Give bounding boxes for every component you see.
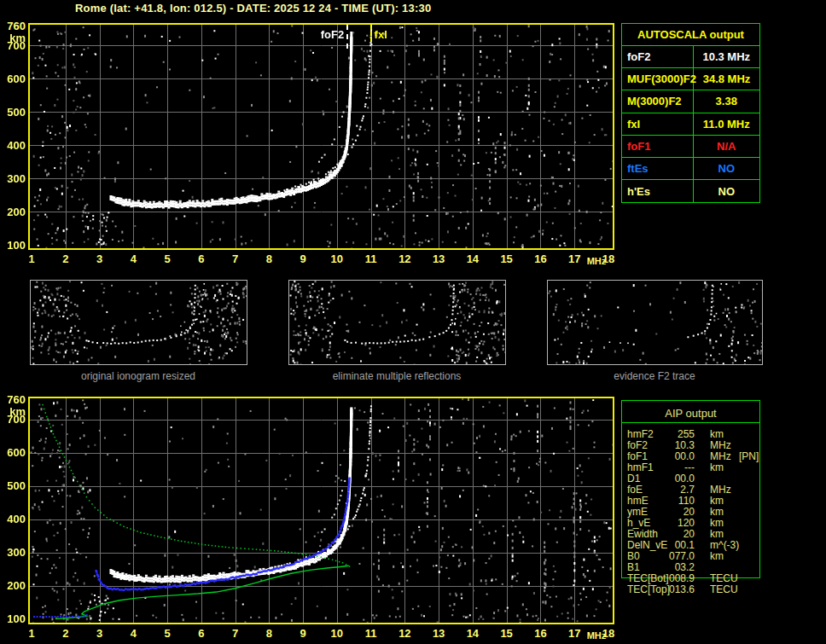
x-tick-label: 1 [20, 627, 43, 640]
aip-row-unit: km [710, 551, 724, 562]
aip-row-yme: ymE20km [621, 507, 826, 518]
aip-row-delnve: DelN_vE00.1m^(-3) [621, 540, 826, 551]
x-tick-label: 15 [496, 252, 518, 265]
x-tick-label: 8 [258, 252, 280, 265]
autoscala-row-label: foF1 [622, 136, 694, 157]
y-tick-label: 300 [0, 173, 26, 184]
x-tick-label: 4 [122, 627, 144, 640]
x-tick-label: 3 [89, 627, 111, 640]
x-tick-label: 17 [563, 252, 585, 265]
x-tick-label: 12 [393, 627, 416, 640]
x-tick-label: 11 [360, 627, 382, 640]
y-tick-label: 760 [0, 394, 26, 405]
autoscala-row-value: NO [694, 162, 760, 175]
aip-row-unit: km [710, 462, 724, 473]
thumbnail-eliminate-reflections [288, 280, 506, 365]
thumbnail-caption-2: eliminate multiple reflections [333, 370, 462, 382]
x-tick-label: 12 [393, 252, 416, 265]
station-title: Rome (lat: +41.8, lon: 012.5) - DATE: 20… [75, 2, 431, 15]
x-tick-label: 13 [428, 252, 450, 265]
x-tick-label: 16 [529, 627, 551, 640]
aip-row-note: [PN] [739, 451, 759, 462]
fof2-annotation-label: foF2 [321, 28, 344, 41]
y-axis-unit: km [0, 32, 26, 44]
x-tick-label: 11 [360, 252, 382, 265]
x-tick-label: 5 [156, 627, 178, 640]
autoscala-table-header: AUTOSCALA output [622, 24, 759, 46]
autoscala-row-label: h'Es [622, 180, 694, 202]
x-tick-label: 4 [122, 252, 144, 265]
y-tick-label: 300 [0, 547, 26, 558]
aip-table-header: AIP output [621, 407, 760, 420]
aip-row-tectop: TEC[Top]013.6TECU [621, 584, 826, 595]
x-tick-label: 15 [496, 627, 518, 640]
x-tick-label: 16 [529, 252, 551, 265]
x-tick-label: 2 [55, 252, 77, 265]
autoscala-row-fof1: foF1N/A [622, 136, 759, 158]
y-tick-label: 500 [0, 480, 26, 491]
autoscala-row-fxi: fxI11.0 MHz [622, 113, 759, 136]
x-tick-label: 17 [563, 627, 585, 640]
x-tick-label: 14 [462, 252, 484, 265]
x-tick-label: 1 [20, 252, 43, 265]
autoscala-row-value: 10.3 MHz [694, 50, 760, 63]
ionogram-canvas-bottom [30, 398, 613, 623]
thumbnail-canvas-1 [31, 281, 247, 364]
y-tick-label: 500 [0, 107, 26, 118]
autoscala-row-label: foF2 [622, 46, 694, 67]
aip-row-foe: foE2.7MHz [621, 484, 826, 496]
x-tick-label: 10 [326, 252, 348, 265]
y-tick-label: 760 [0, 20, 26, 32]
x-tick-label: 7 [224, 252, 247, 265]
ionogram-plot-bottom [28, 397, 614, 624]
thumbnail-original-ionogram [30, 280, 247, 365]
fxi-marker-line [370, 25, 372, 42]
autoscala-row-m3000f2: M(3000)F23.38 [622, 90, 759, 113]
y-tick-label: 200 [0, 206, 26, 218]
x-tick-label: 5 [156, 252, 178, 265]
y-axis-unit: km [0, 406, 26, 417]
x-tick-label: 14 [462, 627, 484, 640]
autoscala-row-label: fxI [622, 113, 694, 135]
autoscala-row-ftes: ftEsNO [622, 158, 759, 180]
x-tick-label: 9 [292, 627, 314, 640]
thumbnail-canvas-2 [289, 281, 505, 364]
aip-row-b0: B0077.0km [621, 551, 826, 562]
autoscala-output-table: AUTOSCALA outputfoF210.3 MHzMUF(3000)F23… [621, 23, 760, 203]
autoscala-row-value: N/A [694, 140, 760, 153]
fof2-marker-line [346, 25, 348, 49]
x-tick-label: 13 [428, 627, 450, 640]
x-tick-label: 2 [55, 627, 77, 640]
autoscala-row-value: NO [694, 185, 760, 198]
autoscala-row-fof2: foF210.3 MHz [622, 46, 759, 68]
y-tick-label: 200 [0, 580, 26, 591]
thumbnail-caption-1: original ionogram resized [81, 370, 195, 382]
x-tick-label: 6 [190, 627, 212, 640]
y-tick-label: 600 [0, 73, 26, 84]
autoscala-row-label: M(3000)F2 [622, 90, 694, 112]
autoscala-row-value: 3.38 [694, 95, 760, 107]
aip-row-unit: TECU [710, 584, 738, 595]
autoscala-row-value: 34.8 MHz [694, 73, 759, 85]
aip-row-hmf1: hmF1---km [621, 462, 826, 473]
y-tick-label: 400 [0, 140, 26, 151]
autoscala-row-hes: h'EsNO [622, 180, 759, 202]
y-tick-label: 100 [0, 240, 26, 251]
aip-header-separator [622, 422, 759, 423]
ionogram-plot-top [28, 23, 614, 250]
x-tick-label: 3 [89, 252, 111, 265]
thumbnail-evidence-f2 [547, 280, 763, 365]
aip-row-value: 013.6 [664, 584, 695, 595]
aip-row-hme: hmE110km [621, 496, 826, 507]
x-tick-label: 8 [258, 627, 280, 640]
fxi-annotation-label: fxI [375, 28, 387, 41]
x-axis-unit: MHz [585, 630, 608, 641]
ionogram-canvas-top [30, 25, 613, 248]
x-axis-unit: MHz [585, 256, 608, 266]
y-tick-label: 400 [0, 513, 26, 525]
x-tick-label: 9 [292, 252, 314, 265]
autoscala-output-screen: Rome (lat: +41.8, lon: 012.5) - DATE: 20… [0, 0, 826, 644]
thumbnail-caption-3: evidence F2 trace [614, 370, 695, 382]
thumbnail-canvas-3 [548, 281, 762, 364]
autoscala-row-muf3000f2: MUF(3000)F234.8 MHz [622, 68, 759, 90]
